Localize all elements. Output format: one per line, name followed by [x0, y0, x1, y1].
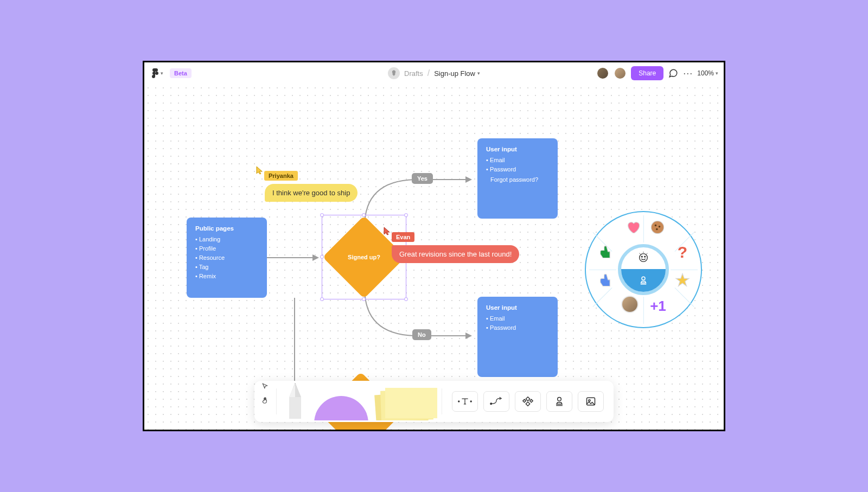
reaction-star-icon[interactable]	[673, 271, 692, 290]
reaction-question-icon[interactable]: ?	[673, 242, 692, 262]
chevron-down-icon: ▾	[477, 71, 480, 76]
node-public-pages[interactable]: Public pages Landing Profile Resource Ta…	[187, 218, 267, 298]
zoom-control[interactable]: 100% ▾	[697, 69, 718, 77]
node-user-input-top[interactable]: User input Email Password Forgot passwor…	[477, 138, 558, 219]
list-item: Profile	[195, 244, 258, 253]
list-item: Email	[486, 314, 549, 323]
node-signed-up[interactable]: Signed up?	[335, 228, 393, 286]
svg-rect-10	[385, 388, 437, 418]
reaction-thumbs-down-icon[interactable]	[596, 271, 615, 290]
node-title: User input	[486, 146, 549, 152]
cursor-priyanka-icon	[256, 166, 264, 175]
comment-evan[interactable]: Great revisions since the last round!	[392, 245, 519, 263]
svg-point-7	[642, 277, 645, 280]
list-item: Resource	[195, 253, 258, 263]
figma-icon	[152, 68, 158, 78]
reaction-wheel-center[interactable]	[618, 244, 669, 295]
smiley-icon	[621, 252, 666, 264]
collaborator-avatar-1[interactable]	[596, 67, 609, 80]
more-menu-button[interactable]: ···	[683, 68, 693, 79]
svg-point-1	[655, 225, 657, 227]
reaction-thumbs-up-icon[interactable]	[596, 242, 615, 262]
cursor-evan-icon	[384, 227, 391, 235]
list-item: Tag	[195, 263, 258, 272]
reaction-heart-icon[interactable]	[623, 218, 643, 237]
titlebar: ▾ Beta Drafts / Sign-up Flow ▾ Share ···	[144, 62, 724, 84]
main-menu-button[interactable]: ▾	[150, 67, 165, 79]
stamp-tool[interactable]	[546, 391, 572, 412]
hand-tool[interactable]	[260, 395, 271, 406]
shape-library-tool[interactable]	[515, 391, 541, 412]
canvas[interactable]: Public pages Landing Profile Resource Ta…	[144, 84, 724, 430]
node-list: Email Password	[486, 156, 549, 174]
list-item: Email	[486, 156, 549, 165]
svg-point-5	[641, 256, 642, 257]
diamond-label: Signed up?	[335, 228, 393, 286]
svg-point-14	[558, 398, 561, 401]
list-item: Password	[486, 165, 549, 174]
comment-icon[interactable]	[668, 68, 679, 79]
list-item: Password	[486, 323, 549, 333]
reaction-plus-one-icon[interactable]: +1	[648, 296, 668, 316]
cursor-tag-priyanka: Priyanka	[264, 171, 298, 181]
cursor-tag-evan: Evan	[392, 232, 414, 242]
reaction-cookie-icon[interactable]	[648, 218, 667, 237]
edge-label-yes[interactable]: Yes	[412, 173, 433, 184]
svg-point-0	[651, 221, 663, 233]
node-list: Email Password	[486, 314, 549, 333]
doc-title-text: Sign-up Flow	[434, 69, 475, 78]
shape-tool[interactable]	[311, 382, 371, 420]
svg-point-16	[589, 400, 590, 401]
comment-priyanka[interactable]: I think we're good to ship	[265, 184, 358, 202]
reaction-wheel[interactable]: ? +1	[585, 211, 702, 328]
svg-point-4	[640, 254, 648, 262]
text-tool[interactable]	[452, 391, 478, 412]
app-window: ▾ Beta Drafts / Sign-up Flow ▾ Share ···	[143, 61, 725, 431]
svg-point-6	[644, 256, 646, 257]
svg-point-11	[458, 401, 459, 402]
breadcrumb-root[interactable]: Drafts	[404, 69, 423, 78]
share-button[interactable]: Share	[631, 66, 663, 80]
chevron-down-icon: ▾	[716, 71, 718, 76]
image-tool[interactable]	[578, 391, 604, 412]
reaction-avatar-icon[interactable]	[620, 295, 640, 314]
node-list: Landing Profile Resource Tag Remix	[195, 235, 258, 281]
list-item: Landing	[195, 235, 258, 244]
bottom-toolbar	[254, 381, 614, 422]
beta-badge: Beta	[170, 68, 192, 78]
doc-icon	[388, 67, 400, 79]
svg-point-12	[470, 401, 471, 402]
collaborator-avatar-2[interactable]	[614, 67, 627, 80]
sticky-note-tool[interactable]	[371, 382, 439, 420]
chevron-down-icon: ▾	[161, 71, 163, 76]
svg-point-2	[659, 226, 661, 228]
connector-tool[interactable]	[483, 391, 509, 412]
breadcrumb-separator: /	[427, 68, 430, 78]
zoom-value: 100%	[697, 69, 714, 77]
pencil-tool[interactable]	[279, 382, 311, 420]
document-title[interactable]: Sign-up Flow ▾	[434, 69, 480, 78]
node-user-input-bottom[interactable]: User input Email Password	[477, 297, 558, 377]
stamp-icon	[621, 269, 666, 292]
node-title: Public pages	[195, 225, 258, 232]
edge-label-no[interactable]: No	[412, 329, 431, 340]
select-tool[interactable]	[260, 381, 271, 392]
svg-point-13	[490, 403, 492, 405]
list-item: Remix	[195, 272, 258, 281]
node-title: User input	[486, 304, 549, 311]
extra-text: Forgot password?	[486, 176, 549, 183]
svg-point-3	[656, 228, 658, 231]
